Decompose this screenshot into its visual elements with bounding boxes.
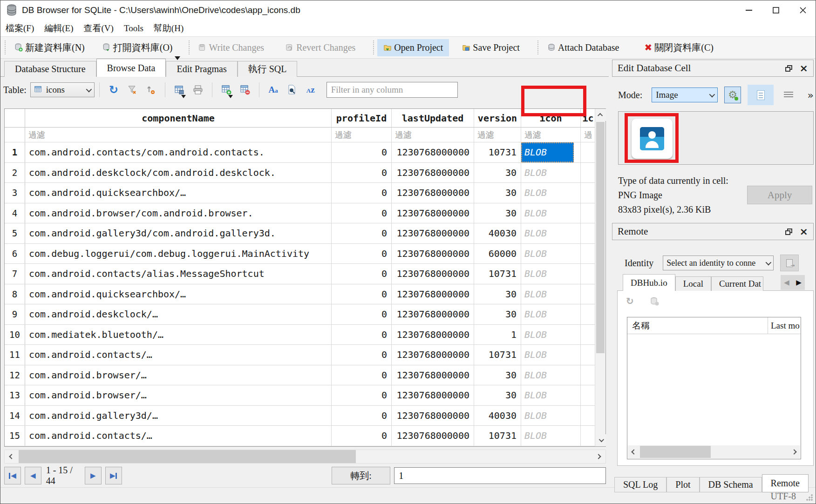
first-page-button[interactable]: ◀ xyxy=(4,467,21,484)
filter-cell-partial[interactable]: 過 xyxy=(581,128,595,142)
cell-componentName[interactable]: com.android.deskclock/… xyxy=(25,304,332,324)
vertical-scrollbar[interactable] xyxy=(595,109,605,446)
goto-record-input[interactable] xyxy=(394,467,606,484)
save-table-dropdown-icon[interactable] xyxy=(181,95,186,98)
row-number[interactable]: 1 xyxy=(5,142,25,162)
cell-version[interactable]: 1 xyxy=(474,325,521,345)
open-database-button[interactable]: 打開資料庫(O) xyxy=(97,39,178,57)
cell-profileId[interactable]: 0 xyxy=(332,345,392,365)
cell-icon[interactable]: BLOB xyxy=(521,264,581,284)
cell-version[interactable]: 10731 xyxy=(474,345,521,365)
print-button[interactable] xyxy=(189,82,207,97)
cell-profileId[interactable]: 0 xyxy=(332,183,392,203)
cell-icon[interactable]: BLOB xyxy=(521,406,581,426)
sort-az-button[interactable]: Az xyxy=(301,82,320,97)
blob-value[interactable]: BLOB xyxy=(524,187,547,198)
cell-profileId[interactable]: 0 xyxy=(332,325,392,345)
tab-browse-data[interactable]: Browse Data xyxy=(96,59,166,77)
column-header-profileId[interactable]: profileId xyxy=(332,109,392,127)
goto-record-button[interactable]: 轉到: xyxy=(332,467,391,484)
blob-value[interactable]: BLOB xyxy=(524,390,547,401)
scroll-right-button[interactable] xyxy=(592,450,605,463)
find-in-cells-button[interactable] xyxy=(283,82,301,97)
column-header-icon[interactable]: icon xyxy=(521,109,581,127)
cell-profileId[interactable]: 0 xyxy=(332,264,392,284)
row-number[interactable]: 12 xyxy=(5,365,25,385)
menu-item-4[interactable]: 幫助(H) xyxy=(149,20,189,36)
cell-icon[interactable]: BLOB xyxy=(521,385,581,405)
maximize-icon[interactable] xyxy=(762,0,789,20)
cell-profileId[interactable]: 0 xyxy=(332,244,392,264)
cell-componentName[interactable]: com.android.quicksearchbox/… xyxy=(25,284,332,304)
dock-tab-plot[interactable]: Plot xyxy=(666,477,699,492)
row-number[interactable]: 3 xyxy=(5,183,25,203)
delete-record-button[interactable] xyxy=(236,82,254,97)
cell-profileId[interactable]: 0 xyxy=(332,142,392,162)
cell-profileId[interactable]: 0 xyxy=(332,284,392,304)
cell-partial[interactable] xyxy=(581,304,595,324)
cell-icon[interactable]: BLOB xyxy=(521,244,581,264)
cell-lastUpdated[interactable]: 1230768000000 xyxy=(392,365,474,385)
scroll-left-button[interactable] xyxy=(5,450,19,463)
dock-tab-db-schema[interactable]: DB Schema xyxy=(700,477,762,492)
row-number[interactable]: 13 xyxy=(5,385,25,405)
blob-value[interactable]: BLOB xyxy=(524,410,547,421)
insert-record-button[interactable] xyxy=(217,82,236,97)
row-number[interactable]: 9 xyxy=(5,304,25,324)
cell-profileId[interactable]: 0 xyxy=(332,203,392,223)
cell-componentName[interactable]: com.android.gallery3d/… xyxy=(25,406,332,426)
filter-cell-profileId[interactable]: 過濾 xyxy=(332,128,392,142)
cell-componentName[interactable]: com.android.deskclock/com.android.deskcl… xyxy=(25,163,332,183)
cell-version[interactable]: 30 xyxy=(474,304,521,324)
row-number[interactable]: 11 xyxy=(5,345,25,365)
write-changes-button[interactable]: Write Changes xyxy=(193,40,270,56)
blob-value[interactable]: BLOB xyxy=(524,268,547,279)
cell-icon[interactable]: BLOB xyxy=(521,426,581,446)
cell-profileId[interactable]: 0 xyxy=(332,426,392,446)
close-panel-icon[interactable]: × xyxy=(800,63,808,74)
tab-執行-sql[interactable]: 執行 SQL xyxy=(238,61,298,77)
row-number[interactable]: 7 xyxy=(5,264,25,284)
cell-componentName[interactable]: com.debug.loggerui/com.debug.loggerui.Ma… xyxy=(25,244,332,264)
font-button[interactable]: Aa xyxy=(264,82,283,97)
cell-partial[interactable] xyxy=(581,203,595,223)
remote-list-hscrollbar[interactable] xyxy=(628,445,800,458)
tab-edit-pragmas[interactable]: Edit Pragmas xyxy=(166,61,237,77)
cell-version[interactable]: 40030 xyxy=(474,406,521,426)
save-project-button[interactable]: Save Project xyxy=(456,40,525,56)
cell-profileId[interactable]: 0 xyxy=(332,365,392,385)
identity-selector[interactable]: Select an identity to conne xyxy=(663,255,774,270)
cell-componentName[interactable]: com.android.contacts/alias.MessageShortc… xyxy=(25,264,332,284)
remote-add-database-icon[interactable] xyxy=(650,296,659,308)
cell-version[interactable]: 30 xyxy=(474,183,521,203)
row-number[interactable]: 5 xyxy=(5,223,25,243)
close-database-button[interactable]: ✖ 關閉資料庫(C) xyxy=(639,39,719,57)
cell-partial[interactable] xyxy=(581,142,595,162)
cell-icon[interactable]: BLOB xyxy=(521,142,581,162)
row-number[interactable]: 15 xyxy=(5,426,25,446)
cell-lastUpdated[interactable]: 1230768000000 xyxy=(392,183,474,203)
revert-changes-button[interactable]: Revert Changes xyxy=(280,40,361,56)
clear-sort-button[interactable] xyxy=(142,82,160,97)
blob-value[interactable]: BLOB xyxy=(524,430,547,441)
tab-database-structure[interactable]: Database Structure xyxy=(4,61,96,77)
filter-cell-icon[interactable]: 過濾 xyxy=(521,128,581,142)
last-page-button[interactable]: ▶ xyxy=(105,467,122,484)
cell-profileId[interactable]: 0 xyxy=(332,406,392,426)
filter-cell-componentName[interactable]: 過濾 xyxy=(25,128,332,142)
cell-lastUpdated[interactable]: 1230768000000 xyxy=(392,426,474,446)
cell-icon[interactable]: BLOB xyxy=(521,284,581,304)
remote-list-header-lastmodified[interactable]: Last mo xyxy=(768,317,801,334)
scroll-down-button[interactable] xyxy=(595,434,606,446)
cell-lastUpdated[interactable]: 1230768000000 xyxy=(392,325,474,345)
blob-value[interactable]: BLOB xyxy=(521,142,574,162)
previous-page-button[interactable]: ◀ xyxy=(25,467,41,484)
remote-tab-dbhub-io[interactable]: DBHub.io xyxy=(623,274,675,291)
row-number[interactable]: 8 xyxy=(5,284,25,304)
cell-componentName[interactable]: com.android.gallery3d/com.android.galler… xyxy=(25,223,332,243)
refresh-button[interactable]: ↻ xyxy=(104,82,123,97)
dock-splitter[interactable] xyxy=(609,59,612,487)
column-header-version[interactable]: version xyxy=(474,109,521,127)
row-number[interactable]: 14 xyxy=(5,406,25,426)
remote-list-header-name[interactable]: 名稱 xyxy=(627,317,768,334)
